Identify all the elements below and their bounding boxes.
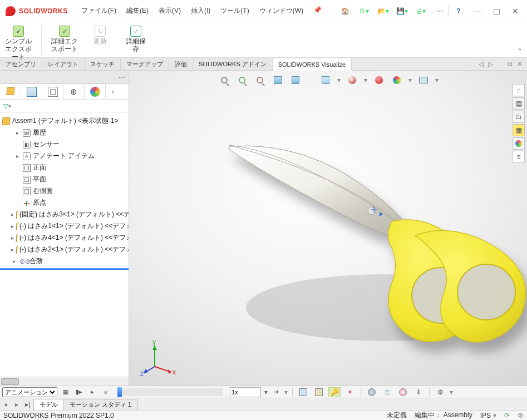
fm-tab-property[interactable] — [21, 84, 42, 99]
mdi-close-icon[interactable]: ✕ — [517, 60, 523, 68]
panel-hscroll[interactable] — [0, 377, 129, 386]
tab-markup[interactable]: マークアップ — [121, 58, 169, 70]
expand-icon[interactable]: ▸ — [11, 258, 17, 264]
mdi-prev-icon[interactable]: ◁ — [479, 60, 484, 68]
menu-file[interactable]: ファイル(F) — [81, 6, 116, 16]
ribbon-detail-export-button[interactable]: ✓ 詳細エク スポート — [51, 26, 78, 53]
tree-history[interactable]: ▸ 🗟 履歴 — [0, 127, 129, 139]
tree-part-3[interactable]: ▸ (-) はさみ2<1> (デフォルト) <<デフォルト — [0, 244, 129, 255]
doc-tab-motion[interactable]: モーション スタディ 1 — [63, 399, 137, 410]
view-orientation-icon[interactable] — [319, 74, 332, 86]
play-start-icon[interactable]: ▮▸ — [74, 388, 84, 397]
tree-part-0[interactable]: ▸ (固定) はさみ3<1> (デフォルト) <<デフォルト — [0, 209, 129, 220]
tree-mates[interactable]: ▸ ⊘⊘ 合致 — [0, 255, 129, 267]
tab-sketch[interactable]: スケッチ — [85, 58, 121, 70]
status-units-button[interactable]: IPS ▾ — [480, 412, 496, 419]
orientation-triad[interactable]: x y z — [139, 338, 179, 378]
doc-tab-add-icon[interactable]: ▸| — [22, 399, 33, 410]
tree-top-plane[interactable]: 平面 — [0, 174, 129, 185]
prev-view-icon[interactable] — [254, 74, 266, 86]
expand-icon[interactable]: ▸ — [11, 246, 14, 253]
tab-visualize[interactable]: SOLIDWORKS Visualize — [273, 58, 352, 71]
tab-layout[interactable]: レイアウト — [42, 58, 85, 70]
window-maximize-button[interactable]: ▢ — [488, 4, 505, 18]
tree-filter-button[interactable]: ▽▾ — [0, 100, 129, 113]
ribbon-simple-export-button[interactable]: ✓ シンプル エクスポ ート — [4, 26, 32, 61]
window-close-button[interactable]: ✕ — [507, 4, 524, 18]
tree-annotations[interactable]: ▸ A アノテート アイテム — [0, 150, 129, 162]
menu-view[interactable]: 表示(V) — [159, 6, 181, 16]
fm-tab-config[interactable] — [42, 84, 63, 99]
fm-tab-appear[interactable] — [85, 84, 106, 99]
time-thumb[interactable] — [117, 387, 122, 397]
playback-scale-input[interactable] — [230, 387, 261, 397]
ribbon-detail-save-button[interactable]: ✓ 詳細保 存 — [122, 26, 150, 53]
menu-edit[interactable]: 編集(E) — [126, 6, 149, 16]
tree-front-plane[interactable]: 正面 — [0, 162, 129, 174]
time-slider[interactable] — [117, 388, 223, 396]
tree-part-1[interactable]: ▸ (-) はさみ1<1> (デフォルト) <<デフォルト — [0, 220, 129, 232]
mdi-restore-icon[interactable]: ⧉ — [508, 60, 513, 68]
spring-icon[interactable]: ≣ — [381, 387, 393, 397]
feature-tree[interactable]: Assem1 (デフォルト) <表示状態-1> ▸ 🗟 履歴 ◧ センサー ▸ … — [0, 113, 129, 377]
expand-icon[interactable]: ▸ — [11, 235, 14, 241]
tree-part-2[interactable]: ▸ (-) はさみ4<1> (デフォルト) <<デフォルト — [0, 232, 129, 244]
play-icon[interactable]: ▸ — [87, 388, 97, 397]
render-icon[interactable] — [417, 74, 430, 86]
fm-tab-tree[interactable] — [0, 84, 21, 99]
tree-origin[interactable]: 原点 — [0, 197, 129, 209]
section-view-icon[interactable] — [272, 74, 284, 86]
tab-addins[interactable]: SOLIDWORKS アドイン — [193, 58, 273, 70]
tree-root[interactable]: Assem1 (デフォルト) <表示状態-1> — [0, 115, 129, 127]
expand-icon[interactable]: ▸ — [14, 153, 21, 159]
menu-pin-icon[interactable]: 📌 — [313, 6, 322, 16]
calc-icon[interactable]: ▦ — [61, 388, 71, 397]
graphics-viewport[interactable]: ▾ ▾ ▾ ▾ ⌂ ▤ 🗀 ▦ ≡ — [129, 71, 527, 386]
motion-mode-select[interactable]: アニメーション — [2, 387, 57, 397]
rail-home-icon[interactable]: ⌂ — [513, 84, 525, 96]
panel-expand-bar[interactable]: ⋯ — [0, 71, 129, 84]
anim-wizard-icon[interactable] — [313, 387, 325, 397]
expand-icon[interactable]: ▸ — [14, 130, 21, 136]
mdi-next-icon[interactable]: ▷ — [488, 60, 493, 68]
motor-icon[interactable] — [366, 387, 378, 397]
menu-insert[interactable]: 挿入(I) — [191, 6, 210, 16]
expand-icon[interactable]: ▸ — [11, 211, 14, 218]
qa-new-icon[interactable]: 🗋▾ — [356, 4, 372, 18]
gravity-icon[interactable]: ⬇ — [412, 387, 425, 397]
dynamic-section-icon[interactable] — [289, 74, 302, 86]
status-rebuild-icon[interactable]: ⟳ — [504, 412, 510, 419]
save-anim-icon[interactable] — [297, 387, 309, 397]
qa-help-icon[interactable]: ? — [450, 4, 467, 18]
qa-home-icon[interactable]: 🏠 — [337, 4, 353, 18]
zoom-fit-icon[interactable] — [218, 74, 230, 86]
doc-tab-next-icon[interactable]: ▸ — [11, 399, 22, 410]
zoom-area-icon[interactable] — [236, 74, 248, 86]
autokey-icon[interactable]: 🔑 — [328, 387, 341, 397]
qa-save-icon[interactable]: 💾▾ — [393, 4, 410, 18]
goto-icon[interactable]: ➔ — [271, 388, 281, 397]
stop-icon[interactable]: ■ — [101, 388, 111, 397]
qa-more-icon[interactable]: ⋯ — [431, 4, 448, 18]
scale-dropdown-icon[interactable]: ▾ — [264, 388, 268, 396]
scene-icon[interactable] — [373, 74, 385, 86]
display-style-icon[interactable] — [346, 74, 358, 86]
tree-sensors[interactable]: ◧ センサー — [0, 139, 129, 150]
menu-window[interactable]: ウィンドウ(W) — [259, 6, 303, 16]
tree-right-plane[interactable]: 右側面 — [0, 185, 129, 197]
motion-settings-icon[interactable]: ⚙ — [434, 387, 446, 397]
menu-tools[interactable]: ツール(T) — [220, 6, 249, 16]
expand-icon[interactable]: ▸ — [11, 223, 14, 229]
addkey-icon[interactable]: ✦ — [344, 387, 356, 397]
contact-icon[interactable] — [397, 387, 409, 397]
fm-tab-dim[interactable]: ⊕ — [63, 84, 85, 99]
ribbon-collapse-icon[interactable]: ⌃ — [517, 47, 523, 55]
fm-tab-more-icon[interactable]: › — [106, 84, 120, 99]
appearance-icon[interactable] — [391, 74, 403, 86]
doc-tab-model[interactable]: モデル — [33, 399, 64, 410]
rollback-bar[interactable] — [0, 268, 129, 270]
status-options-icon[interactable]: ⚙ — [518, 412, 524, 419]
qa-print-icon[interactable]: 🖨▾ — [412, 4, 429, 18]
ribbon-update-button[interactable]: ↻ 更新 — [86, 26, 114, 46]
tab-evaluate[interactable]: 評価 — [169, 58, 193, 70]
